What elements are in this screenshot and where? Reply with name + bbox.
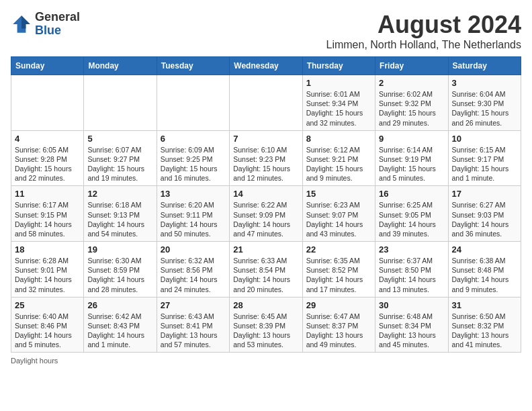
calendar-cell	[157, 75, 229, 131]
day-detail: Sunrise: 6:47 AM Sunset: 8:37 PM Dayligh…	[306, 312, 371, 350]
day-detail: Sunrise: 6:35 AM Sunset: 8:52 PM Dayligh…	[306, 256, 371, 294]
calendar-week-2: 4Sunrise: 6:05 AM Sunset: 9:28 PM Daylig…	[11, 130, 521, 186]
day-number: 29	[306, 300, 371, 310]
calendar-cell: 2Sunrise: 6:02 AM Sunset: 9:32 PM Daylig…	[375, 75, 448, 131]
calendar-cell: 16Sunrise: 6:25 AM Sunset: 9:05 PM Dayli…	[375, 186, 448, 242]
day-detail: Sunrise: 6:01 AM Sunset: 9:34 PM Dayligh…	[306, 89, 371, 128]
day-detail: Sunrise: 6:02 AM Sunset: 9:32 PM Dayligh…	[379, 89, 444, 128]
day-detail: Sunrise: 6:15 AM Sunset: 9:17 PM Dayligh…	[452, 145, 517, 183]
day-number: 10	[452, 134, 517, 144]
calendar-cell	[230, 75, 302, 131]
day-detail: Sunrise: 6:45 AM Sunset: 8:39 PM Dayligh…	[233, 312, 298, 350]
day-detail: Sunrise: 6:05 AM Sunset: 9:28 PM Dayligh…	[15, 145, 80, 183]
calendar-cell: 24Sunrise: 6:38 AM Sunset: 8:48 PM Dayli…	[448, 242, 521, 298]
day-detail: Sunrise: 6:14 AM Sunset: 9:19 PM Dayligh…	[379, 145, 444, 183]
day-number: 31	[452, 300, 517, 310]
title-block: August 2024 Limmen, North Holland, The N…	[326, 11, 521, 51]
calendar-cell: 21Sunrise: 6:33 AM Sunset: 8:54 PM Dayli…	[230, 242, 302, 298]
weekday-header-friday: Friday	[375, 57, 448, 75]
day-number: 1	[306, 78, 371, 88]
day-detail: Sunrise: 6:09 AM Sunset: 9:25 PM Dayligh…	[161, 145, 226, 183]
calendar-cell: 5Sunrise: 6:07 AM Sunset: 9:27 PM Daylig…	[84, 130, 157, 186]
day-detail: Sunrise: 6:30 AM Sunset: 8:59 PM Dayligh…	[87, 256, 152, 294]
calendar-header: SundayMondayTuesdayWednesdayThursdayFrid…	[11, 57, 521, 75]
day-detail: Sunrise: 6:27 AM Sunset: 9:03 PM Dayligh…	[452, 200, 517, 238]
day-number: 19	[87, 244, 152, 255]
day-number: 22	[306, 244, 371, 255]
day-number: 3	[452, 78, 517, 88]
day-number: 24	[452, 244, 517, 255]
day-number: 4	[15, 134, 80, 144]
day-number: 16	[379, 189, 444, 199]
day-number: 8	[306, 134, 371, 144]
logo-icon	[11, 13, 32, 35]
calendar-cell: 6Sunrise: 6:09 AM Sunset: 9:25 PM Daylig…	[157, 130, 229, 186]
weekday-header-monday: Monday	[84, 57, 157, 75]
day-detail: Sunrise: 6:17 AM Sunset: 9:15 PM Dayligh…	[15, 200, 80, 238]
day-detail: Sunrise: 6:25 AM Sunset: 9:05 PM Dayligh…	[379, 200, 444, 238]
day-number: 20	[161, 244, 226, 255]
day-detail: Sunrise: 6:43 AM Sunset: 8:41 PM Dayligh…	[161, 312, 226, 350]
day-number: 7	[233, 134, 298, 144]
calendar-cell: 11Sunrise: 6:17 AM Sunset: 9:15 PM Dayli…	[11, 186, 84, 242]
day-detail: Sunrise: 6:22 AM Sunset: 9:09 PM Dayligh…	[233, 200, 298, 238]
day-number: 23	[379, 244, 444, 255]
calendar-cell: 8Sunrise: 6:12 AM Sunset: 9:21 PM Daylig…	[302, 130, 375, 186]
calendar-cell: 9Sunrise: 6:14 AM Sunset: 9:19 PM Daylig…	[375, 130, 448, 186]
weekday-header-sunday: Sunday	[11, 57, 84, 75]
calendar-cell: 4Sunrise: 6:05 AM Sunset: 9:28 PM Daylig…	[11, 130, 84, 186]
weekday-header-tuesday: Tuesday	[157, 57, 229, 75]
day-number: 28	[233, 300, 298, 310]
calendar-week-5: 25Sunrise: 6:40 AM Sunset: 8:46 PM Dayli…	[11, 297, 521, 353]
day-number: 18	[15, 244, 80, 255]
weekday-header-saturday: Saturday	[448, 57, 521, 75]
day-detail: Sunrise: 6:18 AM Sunset: 9:13 PM Dayligh…	[87, 200, 152, 238]
day-number: 6	[161, 134, 226, 144]
calendar-cell: 7Sunrise: 6:10 AM Sunset: 9:23 PM Daylig…	[230, 130, 302, 186]
day-number: 12	[87, 189, 152, 199]
day-detail: Sunrise: 6:50 AM Sunset: 8:32 PM Dayligh…	[452, 312, 517, 350]
calendar-cell: 20Sunrise: 6:32 AM Sunset: 8:56 PM Dayli…	[157, 242, 229, 298]
day-detail: Sunrise: 6:42 AM Sunset: 8:43 PM Dayligh…	[87, 312, 152, 350]
day-detail: Sunrise: 6:04 AM Sunset: 9:30 PM Dayligh…	[452, 89, 517, 128]
logo: General Blue	[11, 11, 80, 38]
day-number: 14	[233, 189, 298, 199]
day-number: 27	[161, 300, 226, 310]
calendar-cell: 28Sunrise: 6:45 AM Sunset: 8:39 PM Dayli…	[230, 297, 302, 353]
calendar-cell: 29Sunrise: 6:47 AM Sunset: 8:37 PM Dayli…	[302, 297, 375, 353]
day-detail: Sunrise: 6:32 AM Sunset: 8:56 PM Dayligh…	[161, 256, 226, 294]
day-number: 13	[161, 189, 226, 199]
calendar-cell: 15Sunrise: 6:23 AM Sunset: 9:07 PM Dayli…	[302, 186, 375, 242]
location: Limmen, North Holland, The Netherlands	[326, 39, 521, 51]
svg-marker-1	[21, 15, 30, 28]
calendar-cell: 25Sunrise: 6:40 AM Sunset: 8:46 PM Dayli…	[11, 297, 84, 353]
day-number: 9	[379, 134, 444, 144]
day-detail: Sunrise: 6:40 AM Sunset: 8:46 PM Dayligh…	[15, 312, 80, 350]
page-header: General Blue August 2024 Limmen, North H…	[11, 11, 521, 51]
calendar-cell: 10Sunrise: 6:15 AM Sunset: 9:17 PM Dayli…	[448, 130, 521, 186]
calendar-cell: 3Sunrise: 6:04 AM Sunset: 9:30 PM Daylig…	[448, 75, 521, 131]
day-detail: Sunrise: 6:23 AM Sunset: 9:07 PM Dayligh…	[306, 200, 371, 238]
calendar-cell: 27Sunrise: 6:43 AM Sunset: 8:41 PM Dayli…	[157, 297, 229, 353]
weekday-header-row: SundayMondayTuesdayWednesdayThursdayFrid…	[11, 57, 521, 75]
calendar-cell	[84, 75, 157, 131]
calendar-cell: 18Sunrise: 6:28 AM Sunset: 9:01 PM Dayli…	[11, 242, 84, 298]
day-detail: Sunrise: 6:12 AM Sunset: 9:21 PM Dayligh…	[306, 145, 371, 183]
day-number: 17	[452, 189, 517, 199]
calendar-cell	[11, 75, 84, 131]
calendar-cell: 30Sunrise: 6:48 AM Sunset: 8:34 PM Dayli…	[375, 297, 448, 353]
calendar-cell: 12Sunrise: 6:18 AM Sunset: 9:13 PM Dayli…	[84, 186, 157, 242]
day-number: 25	[15, 300, 80, 310]
calendar-week-3: 11Sunrise: 6:17 AM Sunset: 9:15 PM Dayli…	[11, 186, 521, 242]
day-detail: Sunrise: 6:38 AM Sunset: 8:48 PM Dayligh…	[452, 256, 517, 294]
calendar-week-4: 18Sunrise: 6:28 AM Sunset: 9:01 PM Dayli…	[11, 242, 521, 298]
calendar-body: 1Sunrise: 6:01 AM Sunset: 9:34 PM Daylig…	[11, 75, 521, 353]
day-detail: Sunrise: 6:28 AM Sunset: 9:01 PM Dayligh…	[15, 256, 80, 294]
calendar-cell: 1Sunrise: 6:01 AM Sunset: 9:34 PM Daylig…	[302, 75, 375, 131]
calendar-cell: 17Sunrise: 6:27 AM Sunset: 9:03 PM Dayli…	[448, 186, 521, 242]
month-year: August 2024	[326, 11, 521, 39]
weekday-header-thursday: Thursday	[302, 57, 375, 75]
calendar-cell: 23Sunrise: 6:37 AM Sunset: 8:50 PM Dayli…	[375, 242, 448, 298]
calendar-cell: 19Sunrise: 6:30 AM Sunset: 8:59 PM Dayli…	[84, 242, 157, 298]
weekday-header-wednesday: Wednesday	[230, 57, 302, 75]
